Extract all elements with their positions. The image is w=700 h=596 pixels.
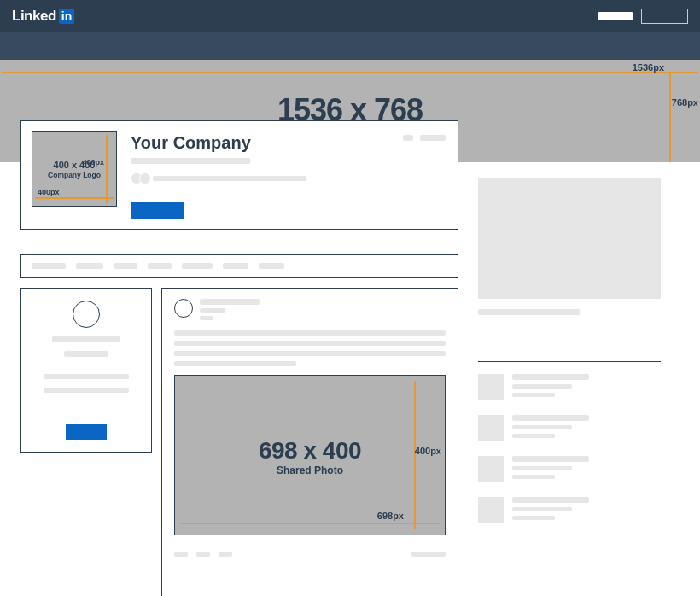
nav-action-button[interactable] [598,12,633,20]
avatar-icon [139,172,151,184]
right-sidebar-ad-box [478,178,661,299]
like-button[interactable] [174,552,188,557]
tab-item[interactable] [182,263,213,269]
cover-width-label: 1536px [633,62,664,73]
left-sidebar-card [20,288,152,453]
shared-photo-dimensions: 698 x 400 [259,437,361,465]
logo-height-line [106,135,108,203]
item-meta-placeholder [512,393,555,397]
sub-nav [0,32,700,60]
right-sidebar-heading-placeholder [478,309,580,315]
logo-width-label: 400px [38,188,60,196]
right-sidebar-item[interactable] [478,374,661,400]
tab-item[interactable] [148,263,172,269]
post-actions [174,546,446,557]
shared-photo-width-label: 698px [377,511,404,521]
right-sidebar-item[interactable] [478,456,661,482]
item-title-placeholder [512,374,589,380]
item-title-placeholder [512,415,589,421]
post-author-meta-placeholder [200,308,225,313]
top-nav: Linked in [0,0,700,32]
overflow-icon[interactable] [403,135,413,141]
company-tagline-placeholder [131,158,250,164]
top-nav-right [598,9,688,24]
nav-outline-button[interactable] [641,9,688,24]
post-line-placeholder [174,351,446,356]
item-title-placeholder [512,497,589,503]
shared-photo-height-label: 400px [415,446,441,456]
company-card: 400 x 400 Company Logo 400px 400px Your … [20,120,458,230]
post-author-name-placeholder [200,299,260,305]
item-meta-placeholder [512,516,555,520]
company-info: Your Company [131,131,447,219]
sidebar-subtitle-placeholder [64,351,108,357]
linkedin-logo[interactable]: Linked in [12,8,74,25]
cover-height-label: 768px [672,97,698,108]
send-button[interactable] [411,552,446,557]
post-time-placeholder [200,316,213,320]
logo-width-line [35,197,114,199]
sidebar-cta-button[interactable] [66,424,107,440]
right-sidebar [478,178,661,538]
thumbnail-icon [478,497,504,523]
post-line-placeholder [174,330,446,336]
thumbnail-icon [478,374,504,400]
post-header [174,299,446,320]
post-author-avatar[interactable] [174,299,193,318]
tab-item[interactable] [76,263,103,269]
item-meta-placeholder [512,475,555,479]
sidebar-text-placeholder [44,374,129,379]
item-meta-placeholder [512,434,555,438]
follower-avatars [131,172,148,184]
logo-prefix: Linked [12,8,56,25]
shared-photo: 698 x 400 Shared Photo 400px 698px [174,375,446,535]
company-logo-label: Company Logo [48,171,101,179]
item-title-placeholder [512,456,589,462]
tab-item[interactable] [259,263,284,269]
follower-text-placeholder [153,176,306,181]
sidebar-avatar [73,301,100,328]
post-card: 698 x 400 Shared Photo 400px 698px [161,288,458,596]
company-tabs [20,254,458,278]
right-sidebar-item[interactable] [478,497,661,523]
company-meta [131,172,447,184]
follow-button[interactable] [131,202,184,219]
item-subtitle-placeholder [512,466,572,470]
tab-item[interactable] [223,263,248,269]
shared-photo-width-line [180,523,440,524]
post-text [174,330,446,366]
post-line-placeholder [174,361,296,366]
item-subtitle-placeholder [512,425,572,429]
tab-item[interactable] [32,263,66,269]
company-name: Your Company [131,133,447,153]
card-top-actions [403,135,446,141]
logo-height-label: 400px [82,158,104,167]
company-logo: 400 x 400 Company Logo 400px 400px [32,131,117,207]
logo-suffix: in [59,9,74,24]
more-button[interactable] [420,135,446,141]
comment-button[interactable] [196,552,210,557]
sidebar-text-placeholder [44,388,129,393]
post-line-placeholder [174,341,446,346]
tab-item[interactable] [114,263,137,269]
right-sidebar-item[interactable] [478,415,661,441]
sidebar-title-placeholder [52,336,120,342]
cover-height-line [669,72,671,162]
item-subtitle-placeholder [512,384,572,389]
shared-photo-label: Shared Photo [277,465,343,476]
item-subtitle-placeholder [512,507,572,511]
cover-width-line [2,72,698,73]
thumbnail-icon [478,415,504,441]
thumbnail-icon [478,456,504,482]
right-sidebar-divider [478,361,661,362]
share-button[interactable] [219,552,232,557]
